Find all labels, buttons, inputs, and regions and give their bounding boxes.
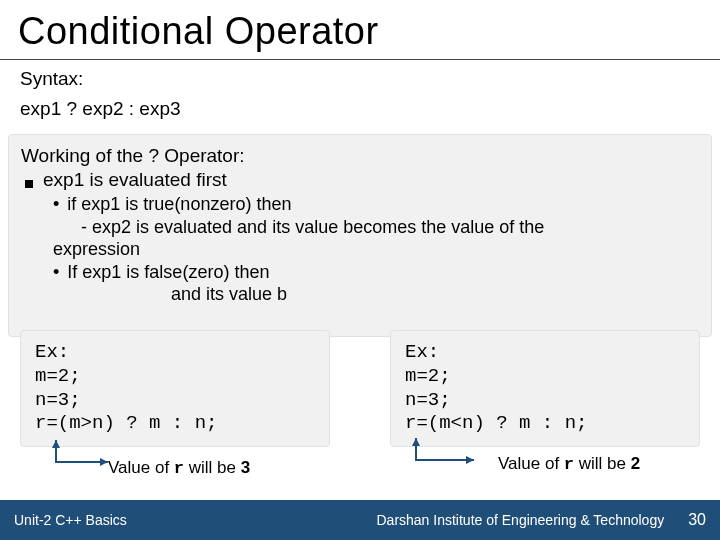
footer-left: Unit-2 C++ Basics xyxy=(14,512,127,528)
ex2-line3: r=(m<n) ? m : n; xyxy=(405,412,685,436)
syntax-label: Syntax: xyxy=(0,60,720,92)
working-heading: Working of the ? Operator: xyxy=(21,145,699,167)
square-bullet-icon xyxy=(25,180,33,188)
example-box-2: Ex: m=2; n=3; r=(m<n) ? m : n; xyxy=(390,330,700,447)
ex1-line3: r=(m>n) ? m : n; xyxy=(35,412,315,436)
cap1-var: r xyxy=(174,459,184,478)
footer-bar: Unit-2 C++ Basics Darshan Institute of E… xyxy=(0,500,720,540)
footer-institute: Darshan Institute of Engineering & Techn… xyxy=(376,512,664,528)
sub2-cutoff: and its value b xyxy=(171,283,699,306)
sub-item-false: If exp1 is false(zero) then xyxy=(53,261,699,284)
cap2-val: 2 xyxy=(631,454,640,473)
bullet-text: exp1 is evaluated first xyxy=(43,169,227,191)
footer-right-group: Darshan Institute of Engineering & Techn… xyxy=(376,511,706,529)
page-number: 30 xyxy=(688,511,706,529)
syntax-code: exp1 ? exp2 : exp3 xyxy=(0,92,720,134)
caption-1: Value of r will be 3 xyxy=(108,458,250,478)
cap1-pre: Value of xyxy=(108,458,174,477)
sub2-body: exp1 is false(zero) then xyxy=(82,262,269,282)
sub1-dash-cont: expression xyxy=(53,238,699,261)
sub1-dash: exp2 is evaluated and its value becomes … xyxy=(81,216,699,239)
cap2-pre: Value of xyxy=(498,454,564,473)
ex2-line1: m=2; xyxy=(405,365,685,389)
sub1-body: exp1 is true(nonzero) then xyxy=(81,194,291,214)
examples-row: Ex: m=2; n=3; r=(m>n) ? m : n; Ex: m=2; … xyxy=(20,330,700,447)
sub1-prefix: if xyxy=(67,194,81,214)
ex1-label: Ex: xyxy=(35,341,315,365)
working-box: Working of the ? Operator: exp1 is evalu… xyxy=(8,134,712,337)
working-bullet: exp1 is evaluated first xyxy=(25,169,699,191)
sub2-cut-text: and its value b xyxy=(171,284,287,304)
sub1-dash-text: exp2 is evaluated and its value becomes … xyxy=(92,217,544,237)
caption-2: Value of r will be 2 xyxy=(498,454,640,474)
slide-title: Conditional Operator xyxy=(0,0,720,60)
cap2-mid: will be xyxy=(574,454,631,473)
sub-list: if exp1 is true(nonzero) then exp2 is ev… xyxy=(53,193,699,306)
ex1-line2: n=3; xyxy=(35,389,315,413)
cap1-mid: will be xyxy=(184,458,241,477)
ex2-label: Ex: xyxy=(405,341,685,365)
sub-item-true: if exp1 is true(nonzero) then xyxy=(53,193,699,216)
cap1-val: 3 xyxy=(241,458,250,477)
sub2-prefix: If xyxy=(67,262,82,282)
ex2-line2: n=3; xyxy=(405,389,685,413)
arrow-icon xyxy=(408,438,478,470)
cap2-var: r xyxy=(564,455,574,474)
slide: Conditional Operator Syntax: exp1 ? exp2… xyxy=(0,0,720,540)
example-box-1: Ex: m=2; n=3; r=(m>n) ? m : n; xyxy=(20,330,330,447)
ex1-line1: m=2; xyxy=(35,365,315,389)
